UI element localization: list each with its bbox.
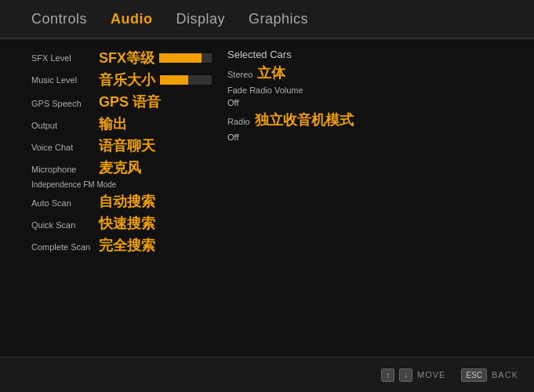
radio-off-value: Off — [227, 132, 238, 142]
gps-speech-row: GPS Speech GPS 语音 — [31, 93, 212, 111]
stereo-row: Stereo 立体 — [227, 64, 503, 82]
music-slider-fill — [160, 75, 188, 85]
complete-scan-row: Complete Scan 完全搜索 — [31, 236, 212, 255]
nav-display[interactable]: Display — [176, 7, 226, 31]
move-up-key: ↑ — [381, 368, 394, 382]
nav-graphics[interactable]: Graphics — [249, 7, 308, 31]
music-slider[interactable] — [160, 75, 212, 85]
auto-scan-label-cn: 自动搜索 — [99, 192, 155, 211]
output-row: Output 输出 — [31, 114, 212, 133]
quick-scan-row: Quick Scan 快速搜索 — [31, 214, 212, 233]
sfx-level-row: SFX Level SFX等级 — [31, 49, 212, 67]
independence-fm-row: Independence FM Mode — [31, 180, 212, 189]
sfx-label-cn: SFX等级 — [99, 49, 154, 67]
back-key: ESC — [461, 368, 487, 382]
fade-off-row: Off — [227, 98, 503, 107]
sfx-slider-fill — [159, 53, 202, 63]
stereo-label-cn: 立体 — [257, 64, 285, 82]
complete-scan-label-cn: 完全搜索 — [99, 236, 155, 255]
move-label: MOVE — [417, 370, 445, 379]
stereo-label-en: Stereo — [227, 70, 252, 79]
selected-cars-value: Selected Cars — [227, 49, 292, 60]
gps-label-en: GPS Speech — [31, 99, 94, 108]
microphone-row: Microphone 麦克风 — [31, 158, 212, 177]
bottom-bar: ↑ ↓ MOVE ESC BACK — [0, 357, 534, 392]
fade-radio-row: Fade Radio Volume — [227, 85, 503, 95]
back-label: BACK — [492, 370, 518, 379]
move-hint: ↑ ↓ MOVE — [381, 368, 445, 382]
sfx-label-en: SFX Level — [31, 53, 94, 63]
nav-bar: Controls Audio Display Graphics — [0, 0, 534, 39]
output-label-cn: 输出 — [99, 114, 127, 133]
quick-scan-label-cn: 快速搜索 — [99, 214, 155, 233]
complete-scan-label-en: Complete Scan — [31, 242, 94, 252]
nav-controls[interactable]: Controls — [31, 7, 87, 31]
left-column: SFX Level SFX等级 Music Level 音乐大小 GPS Spe… — [31, 49, 212, 347]
radio-row: Radio 独立收音机模式 — [227, 111, 503, 129]
microphone-label-en: Microphone — [31, 165, 94, 174]
voice-chat-label-cn: 语音聊天 — [99, 136, 155, 155]
radio-label-en: Radio — [227, 117, 250, 126]
output-label-en: Output — [31, 121, 94, 130]
right-column: Selected Cars Stereo 立体 Fade Radio Volum… — [212, 49, 503, 347]
screen: Controls Audio Display Graphics SFX Leve… — [0, 0, 534, 392]
music-label-en: Music Level — [31, 75, 94, 85]
gps-label-cn: GPS 语音 — [99, 93, 161, 111]
radio-label-cn: 独立收音机模式 — [255, 111, 354, 129]
music-label-cn: 音乐大小 — [99, 71, 155, 89]
voice-chat-row: Voice Chat 语音聊天 — [31, 136, 212, 155]
radio-off-row: Off — [227, 132, 503, 142]
fade-radio-label: Fade Radio Volume — [227, 85, 303, 95]
auto-scan-row: Auto Scan 自动搜索 — [31, 192, 212, 211]
music-level-row: Music Level 音乐大小 — [31, 71, 212, 89]
selected-cars-row: Selected Cars — [227, 49, 503, 60]
back-hint: ESC BACK — [461, 368, 518, 382]
fade-off-value: Off — [227, 98, 238, 107]
auto-scan-label-en: Auto Scan — [31, 198, 94, 208]
sfx-slider[interactable] — [159, 53, 212, 63]
content-area: SFX Level SFX等级 Music Level 音乐大小 GPS Spe… — [0, 39, 534, 357]
independence-label-en: Independence FM Mode — [31, 180, 116, 189]
voice-chat-label-en: Voice Chat — [31, 143, 94, 152]
nav-audio[interactable]: Audio — [111, 7, 153, 31]
move-down-key: ↓ — [399, 368, 412, 382]
quick-scan-label-en: Quick Scan — [31, 220, 94, 230]
microphone-label-cn: 麦克风 — [99, 158, 141, 177]
